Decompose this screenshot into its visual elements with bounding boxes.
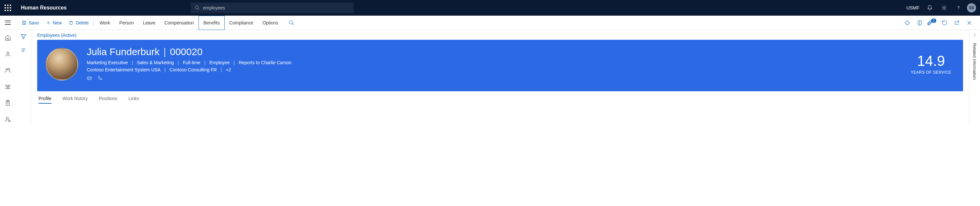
employee-hero-card: Julia Funderburk | 000020 Marketing Exec… xyxy=(37,40,963,91)
svg-point-0 xyxy=(195,6,198,9)
funnel-icon xyxy=(20,33,27,40)
attachments-button[interactable]: 0 xyxy=(926,16,938,30)
divider xyxy=(93,19,94,27)
tab-options[interactable]: Options xyxy=(258,16,283,30)
svg-point-17 xyxy=(8,85,10,86)
related-info-rail: Related information xyxy=(969,30,980,124)
separator: | xyxy=(163,46,166,57)
popout-button[interactable] xyxy=(951,16,963,30)
list-icon xyxy=(20,47,27,54)
phone-button[interactable] xyxy=(97,76,102,82)
kpi-value: 14.9 xyxy=(911,54,951,68)
delete-label: Delete xyxy=(76,20,89,25)
office-icon xyxy=(917,20,923,26)
notifications-button[interactable] xyxy=(923,0,937,16)
svg-point-18 xyxy=(7,87,8,88)
global-nav-bar: Human Resources employees USMF SS xyxy=(0,0,980,16)
svg-point-15 xyxy=(8,68,10,70)
nav-team[interactable] xyxy=(3,82,13,91)
save-icon xyxy=(22,20,27,25)
search-value-text: employees xyxy=(203,5,225,10)
company-picker[interactable]: USMF xyxy=(903,5,923,10)
tab-compliance[interactable]: Compliance xyxy=(224,16,258,30)
trash-icon xyxy=(68,20,74,25)
plus-icon xyxy=(46,20,51,25)
refresh-icon xyxy=(942,20,947,26)
reports-to: Reports to Charlie Carson xyxy=(239,60,291,65)
open-office-button[interactable] xyxy=(914,16,925,30)
svg-point-13 xyxy=(7,52,9,54)
global-search-input[interactable]: employees xyxy=(191,3,354,13)
subtab-positions[interactable]: Positions xyxy=(99,96,118,104)
employment-type: Full-time xyxy=(183,60,200,65)
bell-icon xyxy=(927,5,933,11)
related-info-label[interactable]: Related information xyxy=(972,43,977,80)
gear-icon xyxy=(941,5,947,11)
person-icon xyxy=(5,51,11,57)
search-icon xyxy=(195,5,200,10)
svg-rect-4 xyxy=(22,21,26,24)
nav-person[interactable] xyxy=(3,49,13,59)
tab-work[interactable]: Work xyxy=(95,16,115,30)
help-button[interactable] xyxy=(951,0,966,16)
save-button[interactable]: Save xyxy=(18,16,42,30)
svg-line-1 xyxy=(198,8,199,10)
team-icon xyxy=(5,84,11,90)
employee-photo[interactable] xyxy=(46,48,78,81)
settings-button[interactable] xyxy=(937,0,951,16)
email-button[interactable] xyxy=(87,76,92,82)
tab-benefits[interactable]: Benefits xyxy=(199,16,225,30)
close-button[interactable] xyxy=(964,16,975,30)
subtab-links[interactable]: Links xyxy=(129,96,139,104)
employee-department: Sales & Marketing xyxy=(137,60,174,65)
tab-compensation[interactable]: Compensation xyxy=(160,16,198,30)
tab-person[interactable]: Person xyxy=(115,16,138,30)
home-icon xyxy=(5,35,11,41)
nav-tasks[interactable] xyxy=(3,98,13,108)
page-content: Employees (Active) Julia Funderburk | 00… xyxy=(31,30,969,124)
entities-more-link[interactable]: +2 xyxy=(226,67,231,72)
secondary-entity: Contoso Consulting FR xyxy=(170,67,217,72)
people-icon xyxy=(5,67,11,74)
svg-point-23 xyxy=(6,117,8,119)
employee-subtabs: Profile Work history Positions Links xyxy=(37,96,963,104)
list-options-button[interactable] xyxy=(20,47,27,55)
subtab-work-history[interactable]: Work history xyxy=(63,96,88,104)
nav-home[interactable] xyxy=(3,33,13,42)
years-of-service-kpi: 14.9 YEARS OF SERVICE xyxy=(911,54,951,74)
module-nav-rail xyxy=(0,30,16,124)
svg-point-16 xyxy=(6,85,7,86)
user-avatar[interactable]: SS xyxy=(967,3,976,13)
collapse-related-button[interactable] xyxy=(972,33,977,38)
svg-point-2 xyxy=(943,7,945,9)
app-launcher-button[interactable] xyxy=(0,0,16,16)
svg-point-7 xyxy=(290,21,293,24)
search-icon xyxy=(288,20,294,26)
popout-icon xyxy=(954,20,960,26)
actionbar-search-button[interactable] xyxy=(286,16,297,30)
nav-toggle-button[interactable] xyxy=(5,21,11,25)
svg-rect-29 xyxy=(88,77,91,79)
worker-type: Employee xyxy=(209,60,229,65)
tab-leave[interactable]: Leave xyxy=(138,16,160,30)
svg-line-8 xyxy=(293,24,294,25)
phone-icon xyxy=(97,76,102,81)
action-pane: Save New Delete Work Person Leave Compen… xyxy=(16,16,980,30)
new-button[interactable]: New xyxy=(42,16,65,30)
mail-icon xyxy=(87,76,92,81)
nav-person-search[interactable] xyxy=(3,115,13,124)
delete-button[interactable]: Delete xyxy=(65,16,92,30)
refresh-button[interactable] xyxy=(939,16,950,30)
waffle-icon xyxy=(5,5,11,11)
attachment-count-badge: 0 xyxy=(931,19,936,23)
employee-name: Julia Funderburk xyxy=(87,46,159,57)
employee-id: 000020 xyxy=(170,46,202,57)
subtab-profile[interactable]: Profile xyxy=(38,96,51,104)
new-label: New xyxy=(53,20,62,25)
filter-button[interactable] xyxy=(20,33,27,41)
employee-title: Marketing Executive xyxy=(87,60,128,65)
personalize-button[interactable] xyxy=(902,16,913,30)
breadcrumb-link[interactable]: Employees (Active) xyxy=(37,33,963,38)
question-icon xyxy=(956,5,961,11)
nav-people[interactable] xyxy=(3,66,13,75)
